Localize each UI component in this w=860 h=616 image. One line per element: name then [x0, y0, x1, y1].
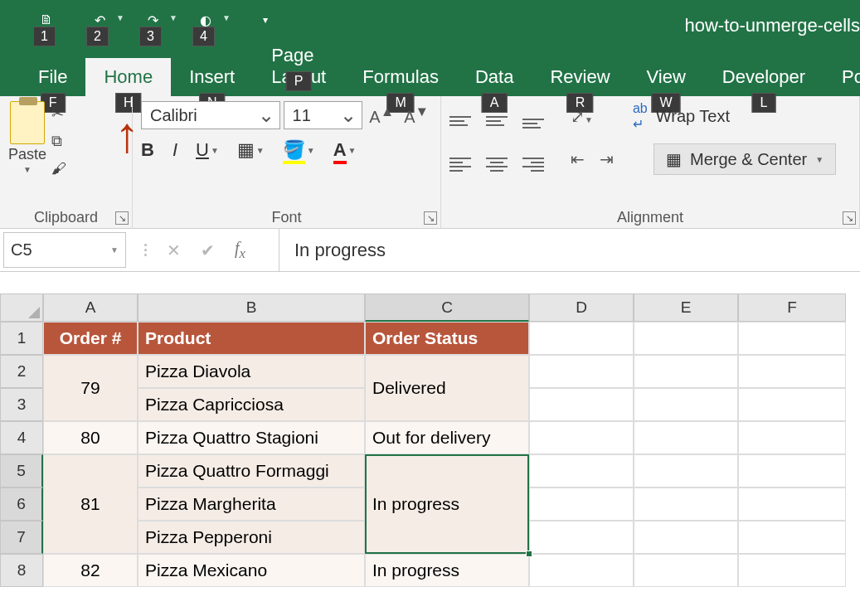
qat-undo-button[interactable]: ↶ ▼ 2: [85, 8, 114, 32]
row-header[interactable]: 6: [0, 487, 43, 521]
cell[interactable]: [738, 322, 846, 355]
cell[interactable]: Order #: [43, 322, 138, 355]
font-name-combo[interactable]: Calibri ⌄: [141, 101, 280, 129]
align-bottom-button[interactable]: [522, 105, 544, 129]
row-header[interactable]: 3: [0, 388, 43, 421]
cell[interactable]: [634, 421, 738, 454]
cell-merged[interactable]: 79: [43, 355, 138, 421]
row-header[interactable]: 5: [0, 454, 43, 487]
underline-button[interactable]: U▼: [196, 139, 219, 161]
cell[interactable]: 80: [43, 421, 138, 454]
cell[interactable]: [738, 388, 846, 421]
fill-handle[interactable]: [526, 551, 532, 557]
cell[interactable]: [634, 322, 738, 355]
cell[interactable]: Product: [138, 322, 365, 355]
cell[interactable]: Order Status: [365, 322, 529, 355]
increase-font-button[interactable]: A▲: [366, 104, 397, 127]
decrease-font-button[interactable]: A▼: [401, 104, 432, 127]
cell[interactable]: [738, 521, 846, 554]
col-header-D[interactable]: D: [529, 293, 634, 322]
enter-formula-button[interactable]: ✔: [201, 240, 215, 260]
row-header[interactable]: 7: [0, 521, 43, 554]
chevron-down-icon[interactable]: ▼: [116, 13, 124, 22]
cell[interactable]: [738, 487, 846, 521]
cell[interactable]: Pizza Mexicano: [138, 554, 365, 587]
cell[interactable]: Pizza Quattro Formaggi: [138, 454, 365, 487]
cell-merged[interactable]: 81: [43, 454, 138, 554]
tab-home[interactable]: HomeH: [85, 58, 171, 96]
fill-color-button[interactable]: 🪣▼: [283, 139, 315, 161]
row-header[interactable]: 4: [0, 421, 43, 454]
select-all-corner[interactable]: [0, 293, 43, 322]
cancel-formula-button[interactable]: ✕: [167, 240, 181, 260]
format-painter-button[interactable]: 🖌: [51, 160, 66, 177]
tab-review[interactable]: ReviewR: [532, 58, 628, 96]
qat-customize-button[interactable]: ▾: [250, 8, 280, 32]
tab-insert[interactable]: InsertN: [171, 58, 253, 96]
tab-data[interactable]: DataA: [457, 58, 532, 96]
tab-power[interactable]: Powe: [824, 58, 860, 96]
row-header[interactable]: 1: [0, 322, 43, 355]
cell[interactable]: In progress: [365, 554, 529, 587]
font-color-button[interactable]: A▼: [333, 139, 357, 161]
cell[interactable]: Out for delivery: [365, 421, 529, 454]
cell-merged[interactable]: Delivered: [365, 355, 529, 421]
cell[interactable]: [634, 487, 738, 521]
cell[interactable]: Pizza Margherita: [138, 487, 365, 521]
cell[interactable]: [738, 421, 846, 454]
qat-touch-button[interactable]: ◐ ▼ 4: [191, 8, 221, 32]
col-header-B[interactable]: B: [138, 293, 365, 322]
cell[interactable]: [529, 554, 634, 587]
insert-function-button[interactable]: fx: [235, 239, 245, 262]
chevron-down-icon[interactable]: ▼: [169, 13, 177, 22]
cell[interactable]: Pizza Diavola: [138, 355, 365, 388]
align-left-button[interactable]: [449, 144, 471, 174]
chevron-down-icon[interactable]: ▼: [23, 165, 32, 174]
name-box[interactable]: C5 ▼: [3, 232, 126, 268]
borders-button[interactable]: ▦▼: [237, 139, 265, 161]
chevron-down-icon[interactable]: ▼: [222, 13, 231, 22]
align-top-button[interactable]: [449, 103, 471, 130]
worksheet-grid[interactable]: A B C D E F 1 Order # Product Order Stat…: [0, 293, 860, 587]
tab-formulas[interactable]: FormulasM: [344, 58, 457, 96]
col-header-A[interactable]: A: [43, 293, 138, 322]
cell[interactable]: [529, 487, 634, 521]
bold-button[interactable]: B: [141, 139, 154, 161]
tab-view[interactable]: ViewW: [629, 58, 704, 96]
dialog-launcher-icon[interactable]: ↘: [843, 211, 856, 225]
row-header[interactable]: 2: [0, 355, 43, 388]
cell[interactable]: [738, 554, 846, 587]
tab-developer[interactable]: DeveloperL: [704, 58, 824, 96]
cell[interactable]: [529, 421, 634, 454]
cell[interactable]: [529, 322, 634, 355]
cell[interactable]: Pizza Pepperoni: [138, 521, 365, 554]
align-right-button[interactable]: [522, 144, 544, 174]
cell[interactable]: [634, 454, 738, 487]
cell[interactable]: [529, 388, 634, 421]
cell[interactable]: [529, 521, 634, 554]
orientation-button[interactable]: ⤢▼: [571, 107, 593, 127]
cell[interactable]: [529, 355, 634, 388]
qat-redo-button[interactable]: ↷ ▼ 3: [138, 8, 168, 32]
wrap-text-button[interactable]: ab↵ Wrap Text: [633, 101, 730, 132]
formula-bar-input[interactable]: In progress: [279, 229, 860, 271]
align-middle-button[interactable]: [486, 103, 508, 130]
cell[interactable]: [634, 521, 738, 554]
align-center-button[interactable]: [486, 144, 508, 174]
col-header-F[interactable]: F: [738, 293, 846, 322]
tab-page-layout[interactable]: Page LayoutP: [253, 36, 344, 96]
font-size-combo[interactable]: 11 ⌄: [284, 101, 363, 129]
cell[interactable]: [634, 355, 738, 388]
cell[interactable]: [634, 554, 738, 587]
dialog-launcher-icon[interactable]: ↘: [115, 211, 129, 225]
increase-indent-button[interactable]: ⇥: [600, 149, 614, 169]
italic-button[interactable]: I: [172, 139, 177, 161]
qat-save-button[interactable]: 🗎 1: [32, 8, 61, 32]
decrease-indent-button[interactable]: ⇤: [571, 149, 585, 169]
cell[interactable]: [529, 454, 634, 487]
copy-button[interactable]: ⧉: [51, 133, 66, 150]
cell[interactable]: 82: [43, 554, 138, 587]
tab-file[interactable]: FileF: [20, 58, 85, 96]
paste-button[interactable]: Paste ▼: [8, 101, 46, 174]
dialog-launcher-icon[interactable]: ↘: [424, 211, 437, 225]
